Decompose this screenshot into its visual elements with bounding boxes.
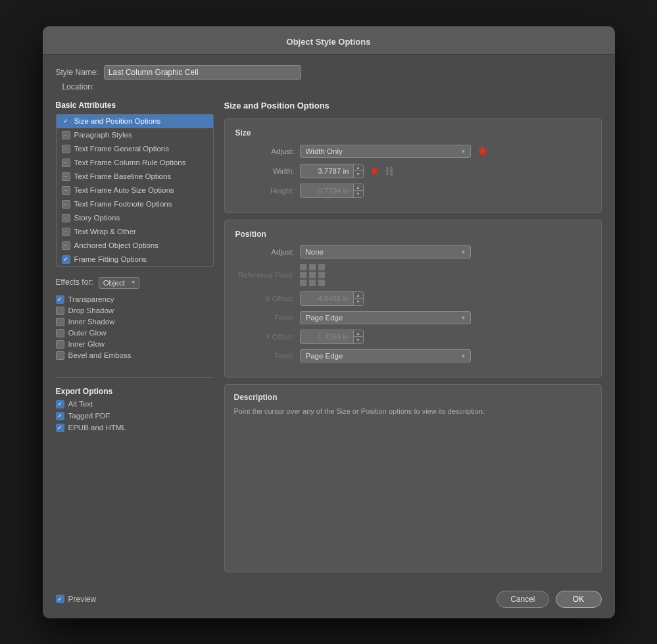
attr-item-text-frame-baseline[interactable]: – Text Frame Baseline Options (57, 170, 213, 184)
y-offset-decrement[interactable]: ▼ (354, 337, 363, 343)
attr-item-text-frame-general[interactable]: – Text Frame General Options (57, 142, 213, 156)
from-y-row: From: Page Edge Margin Bleed Slug (235, 349, 591, 362)
ref-dot-br[interactable] (318, 280, 325, 286)
attr-item-text-wrap[interactable]: – Text Wrap & Other (57, 225, 213, 239)
checkbox-label-outer-glow: Outer Glow (68, 329, 107, 337)
effects-label: Effects for: (56, 278, 93, 287)
attr-item-paragraph-styles[interactable]: – Paragraph Styles (57, 128, 213, 142)
size-adjust-row: Adjust: Width Only Height Only Width and… (235, 144, 591, 159)
checkbox-tagged-pdf[interactable]: ✓ Tagged PDF (56, 412, 214, 420)
attr-item-story-options[interactable]: – Story Options (57, 211, 213, 225)
y-offset-input[interactable] (301, 331, 353, 343)
right-panel: Size and Position Options Size Adjust: W… (224, 101, 602, 572)
attr-item-text-frame-autosize[interactable]: – Text Frame Auto Size Options (57, 184, 213, 197)
from-y-label: From: (235, 352, 295, 360)
checkbox-icon-tagged-pdf: ✓ (56, 412, 64, 420)
ref-dot-mr[interactable] (318, 272, 325, 278)
attr-label-text-frame-autosize: Text Frame Auto Size Options (74, 186, 174, 194)
ref-dot-bl[interactable] (300, 280, 306, 286)
star-icon-adjust: ★ (476, 144, 489, 159)
dialog-footer: ✓ Preview Cancel OK (43, 583, 615, 618)
attr-checkbox-anchored-object: – (62, 241, 70, 250)
main-content: Basic Attributes ✓ Size and Position Opt… (56, 101, 602, 572)
attr-label-frame-fitting: Frame Fitting Options (74, 255, 147, 263)
checkbox-alt-text[interactable]: ✓ Alt Text (56, 400, 214, 409)
checkbox-icon-alt-text: ✓ (56, 400, 64, 409)
y-offset-increment[interactable]: ▲ (354, 330, 363, 337)
ref-dot-bm[interactable] (309, 280, 316, 286)
width-decrement[interactable]: ▼ (354, 171, 363, 178)
x-offset-decrement[interactable]: ▼ (354, 299, 363, 305)
left-panel: Basic Attributes ✓ Size and Position Opt… (56, 101, 214, 572)
position-adjust-row: Adjust: None X Only Y Only X and Y (235, 245, 591, 259)
checkbox-outer-glow[interactable]: Outer Glow (56, 329, 214, 337)
attr-checkbox-text-wrap: – (62, 228, 70, 236)
ref-dot-tl[interactable] (300, 264, 306, 270)
attr-item-size-position[interactable]: ✓ Size and Position Options (57, 114, 213, 128)
checkbox-label-inner-shadow: Inner Shadow (68, 318, 115, 326)
right-panel-title: Size and Position Options (224, 101, 602, 111)
attr-label-text-frame-baseline: Text Frame Baseline Options (74, 172, 172, 180)
position-adjust-dropdown[interactable]: None X Only Y Only X and Y (300, 245, 471, 259)
style-name-input[interactable] (104, 65, 301, 80)
ref-dot-ml[interactable] (300, 272, 306, 278)
attr-checkbox-text-frame-footnote: – (62, 200, 70, 209)
footer-buttons: Cancel OK (497, 591, 601, 608)
ref-dot-tr[interactable] (318, 264, 325, 270)
attr-checkbox-text-frame-column: – (62, 159, 70, 167)
attr-checkbox-size-position: ✓ (62, 117, 70, 126)
attr-item-text-frame-column[interactable]: – Text Frame Column Rule Options (57, 156, 213, 170)
size-section-title: Size (235, 128, 591, 137)
dialog-titlebar: Object Style Options (43, 26, 615, 55)
width-increment[interactable]: ▲ (354, 164, 363, 171)
position-adjust-label: Adjust: (235, 248, 295, 256)
ref-point-label: Reference Point: (235, 271, 295, 279)
checkbox-label-inner-glow: Inner Glow (68, 340, 105, 348)
height-input[interactable] (301, 185, 353, 197)
attr-item-text-frame-footnote[interactable]: – Text Frame Footnote Options (57, 197, 213, 211)
checkbox-label-alt-text: Alt Text (68, 400, 93, 408)
height-increment[interactable]: ▲ (354, 184, 363, 191)
y-offset-arrows: ▲ ▼ (353, 330, 363, 343)
from-y-dropdown-wrapper: Page Edge Margin Bleed Slug (300, 349, 471, 362)
checkbox-icon-inner-glow (56, 340, 64, 349)
size-adjust-dropdown[interactable]: Width Only Height Only Width and Height … (300, 145, 471, 158)
checkbox-transparency[interactable]: ✓ Transparency (56, 295, 214, 304)
checkbox-inner-shadow[interactable]: Inner Shadow (56, 318, 214, 326)
attr-label-text-frame-column: Text Frame Column Rule Options (74, 159, 186, 166)
height-spinner: ▲ ▼ (300, 184, 364, 198)
checkbox-icon-inner-shadow (56, 318, 64, 326)
from-x-dropdown[interactable]: Page Edge Margin Bleed Slug (300, 311, 471, 324)
effects-dropdown-wrapper: Object Fill Stroke Text (99, 276, 139, 289)
ref-point-grid (300, 264, 326, 286)
cancel-button[interactable]: Cancel (497, 591, 548, 608)
x-offset-spinner: ▲ ▼ (300, 291, 364, 306)
height-row: Height: ▲ ▼ (235, 184, 591, 198)
preview-checkbox[interactable]: ✓ (56, 595, 64, 603)
attr-item-frame-fitting[interactable]: ✓ Frame Fitting Options (57, 253, 213, 266)
ok-button[interactable]: OK (556, 591, 602, 608)
x-offset-input[interactable] (301, 293, 353, 305)
ref-dot-mm[interactable] (309, 272, 316, 278)
description-box: Description Point the cursor over any of… (224, 384, 602, 572)
attr-label-text-wrap: Text Wrap & Other (74, 228, 136, 235)
checkbox-drop-shadow[interactable]: Drop Shadow (56, 307, 214, 315)
checkbox-bevel-emboss[interactable]: Bevel and Emboss (56, 351, 214, 360)
width-input[interactable] (301, 165, 353, 177)
attr-item-anchored-object[interactable]: – Anchored Object Options (57, 239, 213, 253)
location-label: Location: (62, 82, 95, 91)
attr-label-text-frame-footnote: Text Frame Footnote Options (74, 200, 172, 208)
ref-dot-tm[interactable] (309, 264, 316, 270)
checkbox-label-transparency: Transparency (68, 295, 114, 303)
x-offset-increment[interactable]: ▲ (354, 292, 363, 299)
attr-label-size-position: Size and Position Options (74, 117, 161, 125)
checkbox-inner-glow[interactable]: Inner Glow (56, 340, 214, 349)
checkbox-epub-html[interactable]: ✓ EPUB and HTML (56, 424, 214, 432)
height-decrement[interactable]: ▼ (354, 191, 363, 197)
preview-row: ✓ Preview (56, 595, 97, 604)
attr-checkbox-text-frame-baseline: – (62, 172, 70, 181)
chain-link-icon[interactable]: ⛓ (385, 166, 394, 176)
x-offset-arrows: ▲ ▼ (353, 292, 363, 305)
effects-dropdown[interactable]: Object Fill Stroke Text (99, 277, 139, 289)
from-y-dropdown[interactable]: Page Edge Margin Bleed Slug (300, 349, 471, 362)
